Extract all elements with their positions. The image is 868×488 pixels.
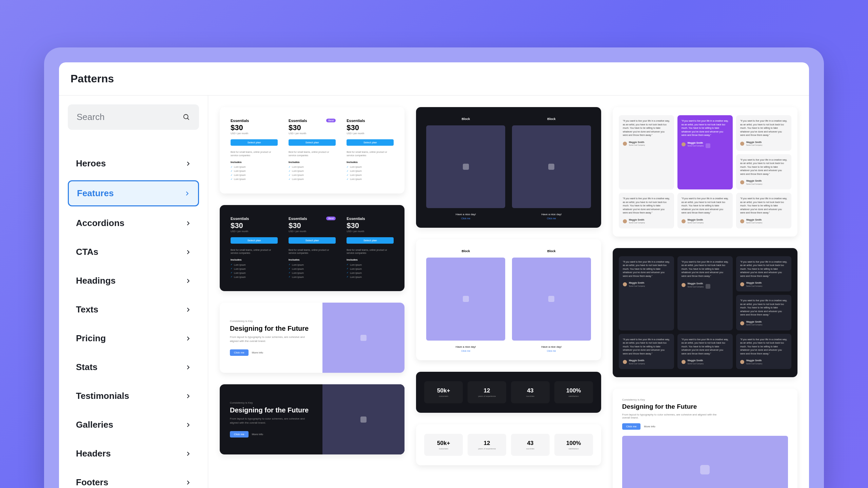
image-icon — [700, 465, 710, 474]
chevron-right-icon — [184, 191, 190, 196]
chevron-right-icon — [185, 422, 191, 428]
sidebar-item-ctas[interactable]: CTAs — [68, 240, 199, 264]
pattern-card-testimonials-light[interactable]: "If you want to live your life in a crea… — [613, 107, 797, 237]
avatar — [740, 360, 744, 364]
quote-icon — [706, 284, 710, 289]
sidebar-item-footers[interactable]: Footers — [68, 470, 199, 488]
image-icon — [548, 296, 554, 302]
chevron-right-icon — [185, 161, 191, 166]
avatar — [623, 282, 627, 286]
avatar — [740, 321, 744, 325]
chevron-right-icon — [185, 307, 191, 312]
chevron-right-icon — [185, 278, 191, 284]
chevron-right-icon — [185, 480, 191, 485]
search-placeholder: Search — [77, 112, 104, 122]
quote-icon — [706, 143, 710, 148]
chevron-right-icon — [185, 451, 191, 456]
sidebar-item-features[interactable]: Features — [68, 180, 199, 206]
app-panel: Patterns Search Heroes Features Accordio… — [59, 62, 809, 488]
svg-point-0 — [184, 114, 188, 119]
sidebar-item-heroes[interactable]: Heroes — [68, 151, 199, 176]
svg-line-1 — [188, 118, 189, 120]
pattern-card-stats-dark[interactable]: 50k+customers 12years of experience 43co… — [416, 372, 601, 413]
avatar — [740, 142, 744, 146]
avatar — [740, 219, 744, 223]
pattern-card-stats-light[interactable]: 50k+customers 12years of experience 43co… — [416, 424, 601, 465]
sidebar-item-headers[interactable]: Headers — [68, 442, 199, 466]
image-icon — [360, 335, 367, 341]
sidebar-item-texts[interactable]: Texts — [68, 298, 199, 322]
sidebar-item-headings[interactable]: Headings — [68, 269, 199, 293]
image-icon — [463, 296, 469, 302]
pattern-card-hero-image-light[interactable]: Consistency is Key Designing for the Fut… — [613, 389, 797, 488]
pattern-card-hero-dark[interactable]: Consistency is Key Designing for the Fut… — [220, 384, 405, 454]
pattern-card-pricing-light[interactable]: Essentials $30 USD / per month Select pl… — [220, 107, 405, 194]
pattern-card-blocks-dark[interactable]: BlockHave a nice day!Click me BlockHave … — [416, 107, 601, 228]
chevron-right-icon — [185, 249, 191, 255]
avatar — [682, 142, 686, 146]
avatar — [682, 283, 686, 287]
chevron-right-icon — [185, 221, 191, 226]
avatar — [740, 180, 744, 184]
pattern-card-testimonials-dark[interactable]: "If you want to live your life in a crea… — [613, 248, 797, 378]
avatar — [682, 360, 686, 364]
avatar — [682, 219, 686, 223]
chevron-right-icon — [185, 393, 191, 399]
image-icon — [463, 164, 469, 170]
avatar — [623, 142, 627, 146]
image-icon — [548, 164, 554, 170]
sidebar-item-galleries[interactable]: Galleries — [68, 413, 199, 437]
sidebar: Search Heroes Features Accordions CTAs H… — [59, 96, 208, 488]
avatar — [623, 360, 627, 364]
sidebar-item-stats[interactable]: Stats — [68, 355, 199, 379]
pattern-card-hero-light[interactable]: Consistency is Key Designing for the Fut… — [220, 303, 405, 373]
pattern-card-blocks-light[interactable]: BlockHave a nice day!Click me BlockHave … — [416, 239, 601, 360]
sidebar-item-testimonials[interactable]: Testimonials — [68, 384, 199, 408]
avatar — [740, 282, 744, 286]
image-icon — [360, 416, 367, 423]
sidebar-item-accordions[interactable]: Accordions — [68, 211, 199, 235]
search-input[interactable]: Search — [68, 104, 199, 130]
pattern-card-pricing-dark[interactable]: Essentials $30 USD / per month Select pl… — [220, 205, 405, 291]
chevron-right-icon — [185, 365, 191, 370]
sidebar-item-pricing[interactable]: Pricing — [68, 326, 199, 350]
page-title: Patterns — [71, 73, 797, 85]
search-icon — [183, 114, 190, 121]
device-frame: Patterns Search Heroes Features Accordio… — [44, 47, 824, 488]
topbar: Patterns — [59, 62, 809, 96]
pattern-grid: Essentials $30 USD / per month Select pl… — [208, 96, 809, 488]
chevron-right-icon — [185, 336, 191, 341]
avatar — [623, 219, 627, 223]
